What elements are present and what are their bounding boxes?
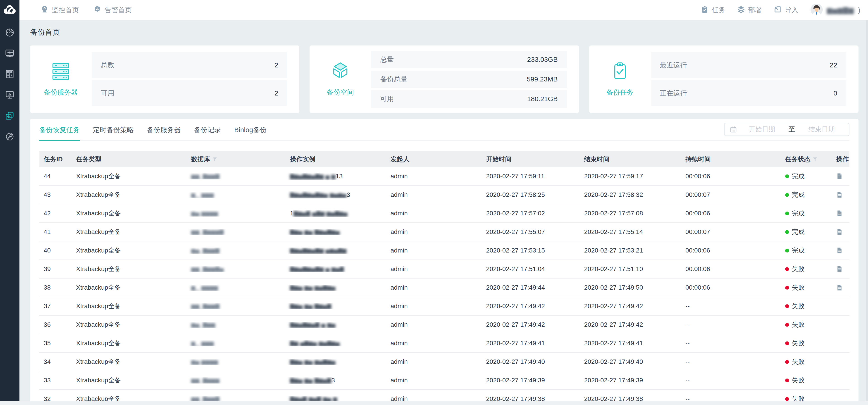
action-import-label: 导入	[785, 5, 798, 15]
status-label: 失败	[792, 339, 805, 347]
tab[interactable]: 备份恢复任务	[39, 125, 80, 141]
cell-instance: 1▇▆▅▇ ▅▇▆:▆▅▇▆▅	[285, 210, 386, 217]
tab[interactable]: 备份记录	[194, 125, 221, 141]
cell-task-id: 38	[39, 284, 71, 291]
tab[interactable]: 备份服务器	[147, 125, 181, 141]
webcam-icon	[41, 5, 49, 15]
cell-start-time: 2020-02-27 17:58:25	[482, 191, 580, 198]
redacted-database: ▆▅_▇▆▆▇	[191, 248, 220, 254]
status-label: 失败	[792, 302, 805, 310]
redacted-instance: ▇▆▅ ▆▅ ▇▆▅▇	[290, 303, 332, 309]
view-log-icon[interactable]	[836, 210, 843, 217]
cell-initiator: admin	[386, 210, 482, 217]
tab-label: 备份记录	[194, 126, 221, 133]
view-log-icon[interactable]	[836, 284, 843, 291]
sidebar-nav	[5, 28, 15, 142]
status-dot	[785, 286, 789, 290]
table-row: 44 Xtrabackup全备 ▆▆_▇▆▆▇ ▇▆▅▇▆▅▇▆ ▅ ▆13 a…	[39, 167, 849, 186]
cube-icon	[330, 62, 350, 82]
stat-row: 正在运行 0	[651, 80, 846, 106]
date-range-separator: 至	[787, 125, 797, 134]
view-log-icon[interactable]	[836, 173, 843, 180]
sidebar-item-server-cabinet-icon[interactable]	[5, 69, 15, 79]
sidebar-item-monitor-alert-icon[interactable]	[5, 90, 15, 100]
cell-end-time: 2020-02-27 17:49:41	[580, 340, 681, 347]
action-import[interactable]: 导入	[774, 5, 798, 15]
cell-task-status: 完成	[781, 228, 832, 236]
action-deploy[interactable]: 部署	[737, 5, 762, 15]
nav-alert-home[interactable]: 告警首页	[93, 5, 132, 15]
table-body: 44 Xtrabackup全备 ▆▆_▇▆▆▇ ▇▆▅▇▆▅▇▆ ▅ ▆13 a…	[39, 167, 849, 405]
cell-initiator: admin	[386, 266, 482, 273]
cell-duration: --	[681, 377, 780, 384]
cell-task-type: Xtrabackup全备	[71, 246, 187, 255]
cell-operations	[832, 321, 849, 328]
cell-instance: ▇▆▅ ▆▅ ▆▅▇▆▅	[285, 285, 386, 291]
status-label: 失败	[792, 357, 805, 366]
cell-task-type: Xtrabackup全备	[71, 320, 187, 329]
status-label: 失败	[792, 283, 805, 292]
action-tasks[interactable]: 任务	[701, 5, 725, 15]
table-row: 43 Xtrabackup全备 ▆▁ ▆▆▆ ▇▆▅▇▆▅▇▆▅ ▆▅▆▅3 a…	[39, 186, 849, 204]
stat-value: 233.03GB	[527, 56, 558, 63]
cell-duration: --	[681, 340, 780, 347]
redacted-database: ▆▆_▇▆▆▆▇	[191, 229, 224, 235]
view-log-icon[interactable]	[836, 247, 843, 254]
view-log-icon[interactable]	[836, 191, 843, 198]
redacted-database: ▆▁ ▆▆▆▆	[191, 285, 218, 291]
table-row: 33 Xtrabackup全备 ▆▆_▇▆▆▆ ▇▆▅ ▆▅ ▇▆▅▇3 adm…	[39, 371, 849, 390]
cell-duration: 00:00:06	[681, 284, 780, 291]
cell-initiator: admin	[386, 340, 482, 347]
cell-task-id: 33	[39, 377, 71, 384]
sidebar-item-dashboard-gauge-icon[interactable]	[5, 28, 15, 37]
topbar: 监控首页 告警首页 任务	[20, 0, 868, 20]
horizontal-scrollbar[interactable]	[0, 401, 868, 405]
cell-start-time: 2020-02-27 17:53:15	[482, 247, 580, 254]
cell-task-id: 34	[39, 358, 71, 365]
main-content: 备份首页 备份服	[20, 20, 868, 405]
cell-task-type: Xtrabackup全备	[71, 172, 187, 181]
date-range-picker[interactable]: 开始日期 至 结束日期	[724, 123, 849, 136]
cell-operations	[832, 247, 849, 254]
view-log-icon[interactable]	[836, 228, 843, 235]
col-instance: 操作实例	[285, 155, 386, 164]
sidebar-item-monitor-pulse-icon[interactable]	[5, 49, 15, 58]
cell-end-time: 2020-02-27 17:51:10	[580, 266, 681, 273]
tab-label: 备份服务器	[147, 126, 181, 133]
action-tasks-label: 任务	[712, 5, 725, 15]
cell-operations	[832, 340, 849, 347]
sidebar-item-backup-restore-icon[interactable]	[5, 111, 15, 121]
cell-operations	[832, 173, 849, 180]
cell-task-id: 43	[39, 191, 71, 198]
cell-initiator: admin	[386, 247, 482, 254]
cell-task-status: 完成	[781, 190, 832, 199]
cell-task-id: 35	[39, 340, 71, 347]
cell-end-time: 2020-02-27 17:58:32	[580, 191, 681, 198]
cell-end-time: 2020-02-27 17:57:08	[580, 210, 681, 217]
cell-end-time: 2020-02-27 17:49:50	[580, 284, 681, 291]
filter-funnel-icon[interactable]	[213, 157, 217, 161]
cell-initiator: admin	[386, 173, 482, 180]
filter-funnel-icon[interactable]	[813, 157, 817, 161]
cell-task-type: Xtrabackup全备	[71, 357, 187, 366]
cell-task-id: 42	[39, 210, 71, 217]
app-logo-cloud-dolphin-icon[interactable]	[2, 2, 17, 18]
tab[interactable]: Binlog备份	[234, 125, 267, 141]
stat-value: 599.23MB	[527, 75, 558, 83]
end-date-input[interactable]: 结束日期	[797, 125, 847, 134]
card-title: 备份任务	[607, 88, 633, 97]
redacted-database: ▆▁ ▆▆▆	[191, 192, 214, 198]
cell-duration: --	[681, 321, 780, 328]
sidebar-item-settings-wrench-icon[interactable]	[5, 132, 15, 142]
cell-duration: 00:00:06	[681, 266, 780, 273]
start-date-input[interactable]: 开始日期	[737, 125, 787, 134]
view-log-icon[interactable]	[836, 266, 843, 272]
nav-monitor-home[interactable]: 监控首页	[41, 5, 79, 15]
tab[interactable]: 定时备份策略	[93, 125, 134, 141]
redacted-database: ▆▁ ▆▆▆	[191, 340, 214, 346]
table-row: 38 Xtrabackup全备 ▆▁ ▆▆▆▆ ▇▆▅ ▆▅ ▆▅▇▆▅ adm…	[39, 279, 849, 297]
vertical-scrollbar[interactable]	[866, 20, 868, 401]
card-backup-space: 备份空间 总量 233.03GB 备份总量 599.23MB 可用 180.21…	[310, 45, 579, 113]
user-menu[interactable]: ▆▅▆▇▆ )	[810, 4, 860, 17]
cell-operations	[832, 228, 849, 235]
